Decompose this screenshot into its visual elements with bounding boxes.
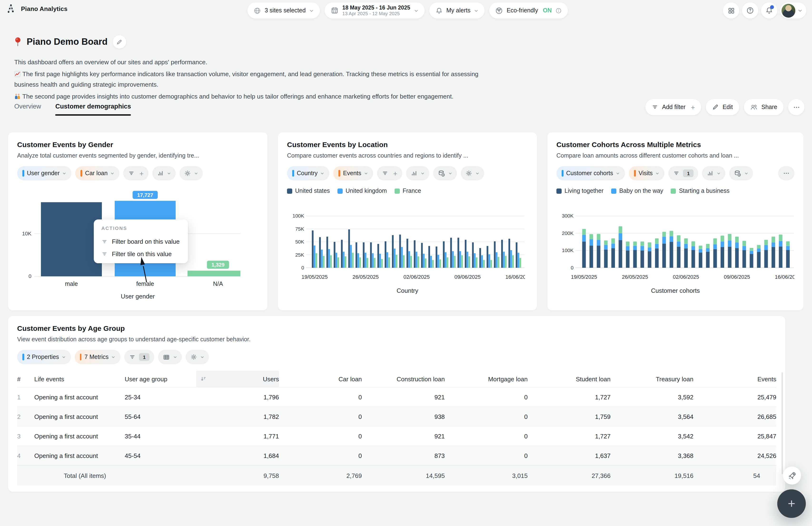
notifications-button[interactable] (761, 2, 777, 18)
edit-button[interactable]: Edit (706, 99, 739, 115)
more-actions-button[interactable] (788, 99, 804, 115)
description-line-2: The first page highlights key performanc… (14, 69, 482, 90)
col-header-users-sorted[interactable]: Users (196, 371, 279, 387)
legend-item[interactable]: France (395, 188, 421, 194)
filter-pill[interactable]: 1 (124, 350, 154, 364)
cell: 3,368 (610, 452, 693, 459)
total-label: Total (All items) (34, 472, 196, 479)
cell: 1,684 (196, 452, 279, 459)
settings-pill[interactable] (461, 166, 484, 180)
col-header-life-events[interactable]: Life events (34, 375, 125, 382)
filter-add-pill[interactable]: + (123, 166, 148, 180)
edit-title-button[interactable] (113, 35, 126, 48)
table-view-icon (163, 353, 170, 361)
properties-pill[interactable]: 2 Properties (17, 350, 71, 364)
legend-item[interactable]: Baby on the way (611, 188, 663, 194)
chart-type-pill[interactable] (702, 166, 726, 180)
cell: 1,759 (527, 413, 610, 420)
site-selector[interactable]: 3 sites selected (247, 2, 320, 18)
chevron-down-icon (717, 171, 721, 175)
filter-add-pill[interactable]: + (377, 166, 402, 180)
share-button[interactable]: Share (744, 99, 783, 115)
svg-text:75K: 75K (295, 226, 304, 232)
cohorts-stacked-bar-chart[interactable]: 0100K200K300K19/05/202526/05/202502/06/2… (556, 200, 794, 285)
date-range-values: 18 May 2025 - 16 Jun 2025 13 Apr 2025 - … (342, 4, 410, 16)
table-row[interactable]: 4Opening a first account45-541,684087301… (17, 445, 776, 465)
col-header-age-group[interactable]: User age group (125, 375, 196, 382)
metric-pill-events[interactable]: Events (333, 166, 373, 180)
tabs-row: Overview Customer demographics Add filte… (14, 99, 804, 121)
user-menu[interactable] (780, 2, 806, 18)
data-history-pill[interactable] (729, 166, 753, 180)
table-view-pill[interactable] (158, 350, 182, 364)
table-title: Customer Events by Age Group (17, 324, 776, 333)
date-range-picker[interactable]: 18 May 2025 - 16 Jun 2025 13 Apr 2025 - … (324, 2, 424, 18)
data-history-pill[interactable] (433, 166, 457, 180)
globe-icon (254, 7, 261, 14)
legend-item[interactable]: Starting a business (671, 188, 730, 194)
cell: 55-64 (125, 413, 196, 420)
location-grouped-bar-chart[interactable]: 025K50K75K100K19/05/202526/05/202502/06/… (287, 200, 525, 285)
quick-launch-button[interactable] (783, 467, 801, 485)
svg-text:300K: 300K (562, 213, 574, 219)
col-header-mortgage-loan[interactable]: Mortgage loan (488, 375, 527, 382)
metric-pill-car-loan[interactable]: Car loan (75, 166, 120, 180)
chevron-down-icon (364, 171, 368, 175)
property-pill-user-gender[interactable]: User gender (17, 166, 72, 180)
cell: Opening a first account (34, 413, 125, 420)
legend-item[interactable]: United states (287, 188, 330, 194)
table-scrollbar[interactable] (782, 372, 783, 474)
bar-chart-icon (707, 170, 714, 177)
col-header-car-loan[interactable]: Car loan (338, 375, 362, 382)
my-alerts-button[interactable]: My alerts (429, 2, 485, 18)
date-range-primary: 18 May 2025 - 16 Jun 2025 (342, 4, 410, 11)
cell: Opening a first account (34, 433, 125, 440)
tab-customer-demographics[interactable]: Customer demographics (56, 103, 131, 116)
chart-type-pill[interactable] (406, 166, 429, 180)
settings-pill[interactable] (179, 166, 203, 180)
more-pill[interactable] (778, 166, 794, 180)
context-menu-header: ACTIONS (101, 225, 180, 231)
x-axis-title: Country (287, 287, 528, 294)
total-construction-loan: 14,595 (362, 472, 445, 479)
table-header-row: # Life events User age group Users Car l… (17, 371, 776, 387)
eco-friendly-toggle[interactable]: Eco-friendly ON (490, 2, 568, 18)
calendar-icon (331, 7, 338, 14)
col-header-construction-loan[interactable]: Construction loan (397, 375, 445, 382)
col-header-index[interactable]: # (17, 375, 34, 382)
property-pill-country[interactable]: Country (287, 166, 330, 180)
table-row[interactable]: 1Opening a first account25-341,796092101… (17, 387, 776, 407)
tab-overview[interactable]: Overview (14, 103, 41, 116)
legend: Living together Baby on the way Starting… (556, 187, 794, 195)
board-description: This dashboard offers an overview of our… (14, 57, 482, 103)
add-tile-button[interactable]: + (777, 490, 806, 518)
add-filter-button[interactable]: Add filter + (646, 99, 701, 115)
col-header-events[interactable]: Events (757, 375, 776, 382)
total-student-loan: 27,366 (527, 472, 610, 479)
table-row[interactable]: 2Opening a first account55-641,782093801… (17, 407, 776, 426)
board-actions: Add filter + Edit Share (646, 99, 804, 115)
table-row[interactable]: 3Opening a first account35-441,771092101… (17, 426, 776, 445)
metric-pill-visits[interactable]: Visits (629, 166, 665, 180)
col-header-treasury-loan[interactable]: Treasury loan (656, 375, 694, 382)
legend-item[interactable]: United kingdom (337, 188, 387, 194)
col-header-student-loan[interactable]: Student loan (576, 375, 610, 382)
filter-pill[interactable]: 1 (668, 166, 698, 180)
page-title: Piano Demo Board (27, 36, 107, 47)
apps-grid-button[interactable] (723, 2, 739, 18)
filter-icon (673, 170, 680, 177)
chart-type-pill[interactable] (152, 166, 176, 180)
svg-text:02/06/2025: 02/06/2025 (403, 274, 430, 280)
info-icon[interactable] (555, 8, 562, 14)
menu-item-filter-board[interactable]: Filter board on this value (101, 235, 180, 248)
legend-item[interactable]: Living together (556, 188, 604, 194)
chevron-down-icon (62, 171, 67, 175)
settings-pill[interactable] (186, 350, 209, 364)
property-pill-customer-cohorts[interactable]: Customer cohorts (556, 166, 625, 180)
cell: 3,592 (610, 393, 693, 400)
brand[interactable]: Piano Analytics (7, 3, 68, 14)
total-events: 54 (694, 472, 776, 479)
filter-icon (128, 170, 135, 177)
help-button[interactable] (742, 2, 758, 18)
metrics-pill[interactable]: 7 Metrics (75, 350, 120, 364)
